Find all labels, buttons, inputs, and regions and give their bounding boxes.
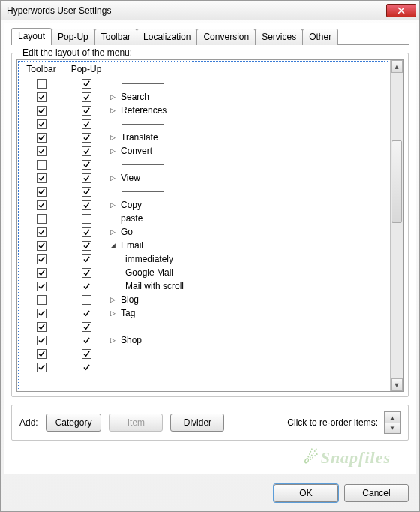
popup-checkbox[interactable] xyxy=(82,160,92,170)
list-row[interactable]: Mail with scroll xyxy=(19,279,388,293)
toolbar-checkbox[interactable] xyxy=(37,241,46,251)
toolbar-checkbox[interactable] xyxy=(37,336,46,345)
add-divider-button[interactable]: Divider xyxy=(170,414,224,432)
popup-checkbox[interactable] xyxy=(82,227,92,237)
tab-conversion[interactable]: Conversion xyxy=(196,29,256,45)
popup-checkbox[interactable] xyxy=(82,322,92,332)
toolbar-checkbox[interactable] xyxy=(37,133,46,143)
toolbar-checkbox[interactable] xyxy=(37,214,46,224)
client-area: LayoutPop-UpToolbarLocalizationConversio… xyxy=(4,23,416,474)
scroll-thumb[interactable] xyxy=(392,140,402,223)
popup-checkbox[interactable] xyxy=(82,173,92,183)
popup-checkbox[interactable] xyxy=(82,187,92,197)
popup-checkbox[interactable] xyxy=(82,214,92,224)
watermark: ☄Snapfiles xyxy=(11,448,409,468)
toolbar-checkbox[interactable] xyxy=(37,106,46,116)
list-row[interactable]: ▷Shop xyxy=(19,333,388,347)
item-label: Blog xyxy=(121,294,139,305)
list-row[interactable] xyxy=(19,77,388,90)
list-row[interactable]: ▷Copy xyxy=(19,198,388,212)
list-row[interactable]: paste xyxy=(19,212,388,225)
separator-line xyxy=(122,124,164,125)
popup-checkbox[interactable] xyxy=(82,268,92,278)
popup-checkbox[interactable] xyxy=(82,336,92,345)
reorder-up-button[interactable]: ▲ xyxy=(385,412,400,423)
toolbar-checkbox[interactable] xyxy=(37,119,46,129)
item-label: Tag xyxy=(121,308,135,318)
popup-checkbox[interactable] xyxy=(82,79,92,89)
toolbar-checkbox[interactable] xyxy=(37,146,46,156)
list-row[interactable]: ▷Blog xyxy=(19,293,388,306)
close-button[interactable] xyxy=(386,4,416,17)
toolbar-checkbox[interactable] xyxy=(37,254,46,264)
toolbar-checkbox[interactable] xyxy=(37,200,46,210)
list-row[interactable]: ▷Go xyxy=(19,225,388,239)
popup-checkbox[interactable] xyxy=(82,349,92,359)
tab-toolbar[interactable]: Toolbar xyxy=(94,29,137,45)
add-category-button[interactable]: Category xyxy=(46,414,102,432)
popup-checkbox[interactable] xyxy=(82,241,92,251)
popup-checkbox[interactable] xyxy=(82,200,92,210)
list-row[interactable] xyxy=(19,158,388,171)
list-row[interactable] xyxy=(19,360,388,374)
toolbar-checkbox[interactable] xyxy=(37,160,46,170)
list-row[interactable]: ▷Tag xyxy=(19,306,388,320)
list-row[interactable] xyxy=(19,185,388,198)
popup-checkbox[interactable] xyxy=(82,133,92,143)
toolbar-checkbox[interactable] xyxy=(37,363,46,372)
list-row[interactable] xyxy=(19,320,388,333)
scroll-up-button[interactable]: ▲ xyxy=(391,60,403,73)
toolbar-checkbox[interactable] xyxy=(37,282,46,291)
list-row[interactable]: immediately xyxy=(19,252,388,266)
settings-window: Hyperwords User Settings LayoutPop-UpToo… xyxy=(0,0,420,512)
scroll-down-button[interactable]: ▼ xyxy=(391,378,403,391)
list-row[interactable] xyxy=(19,117,388,131)
toolbar-checkbox[interactable] xyxy=(37,349,46,359)
watermark-text: Snapfiles xyxy=(321,448,391,467)
popup-checkbox[interactable] xyxy=(82,92,92,102)
popup-checkbox[interactable] xyxy=(82,119,92,129)
popup-checkbox[interactable] xyxy=(82,295,92,305)
list-row[interactable]: ▷Convert xyxy=(19,144,388,158)
list-row[interactable] xyxy=(19,347,388,360)
toolbar-checkbox[interactable] xyxy=(37,309,46,318)
layout-list[interactable]: ToolbarPop-Up▷Search▷References▷Translat… xyxy=(18,61,389,390)
popup-checkbox[interactable] xyxy=(82,146,92,156)
disclosure-right-icon: ▷ xyxy=(109,309,116,317)
list-row[interactable]: ▷Search xyxy=(19,90,388,104)
add-panel: Add: Category Item Divider Click to re-o… xyxy=(11,405,409,441)
toolbar-checkbox[interactable] xyxy=(37,295,46,305)
toolbar-checkbox[interactable] xyxy=(37,79,46,89)
toolbar-checkbox[interactable] xyxy=(37,322,46,332)
popup-checkbox[interactable] xyxy=(82,309,92,318)
tab-layout[interactable]: Layout xyxy=(11,28,52,45)
watermark-icon: ☄ xyxy=(304,448,320,467)
cancel-button[interactable]: Cancel xyxy=(344,484,409,502)
tab-localization[interactable]: Localization xyxy=(136,29,197,45)
popup-checkbox[interactable] xyxy=(82,254,92,264)
item-label: paste xyxy=(121,213,142,224)
list-row[interactable]: ▷Translate xyxy=(19,131,388,144)
toolbar-checkbox[interactable] xyxy=(37,92,46,102)
ok-button[interactable]: OK xyxy=(274,484,338,502)
toolbar-checkbox[interactable] xyxy=(37,268,46,278)
toolbar-checkbox[interactable] xyxy=(37,227,46,237)
disclosure-right-icon: ▷ xyxy=(109,228,116,236)
list-row[interactable]: ▷View xyxy=(19,171,388,185)
tab-services[interactable]: Services xyxy=(255,29,303,45)
reorder-label: Click to re-order items: xyxy=(287,417,378,428)
toolbar-checkbox[interactable] xyxy=(37,173,46,183)
reorder-down-button[interactable]: ▼ xyxy=(385,423,400,433)
popup-checkbox[interactable] xyxy=(82,282,92,291)
toolbar-checkbox[interactable] xyxy=(37,187,46,197)
popup-checkbox[interactable] xyxy=(82,363,92,372)
scroll-track[interactable] xyxy=(391,73,403,378)
subitem-label: immediately xyxy=(125,254,173,264)
list-row[interactable]: ▷References xyxy=(19,104,388,117)
popup-checkbox[interactable] xyxy=(82,106,92,116)
vertical-scrollbar[interactable]: ▲ ▼ xyxy=(390,60,403,391)
list-row[interactable]: Google Mail xyxy=(19,266,388,279)
tab-popup[interactable]: Pop-Up xyxy=(51,29,95,45)
tab-other[interactable]: Other xyxy=(302,29,338,45)
list-row[interactable]: ◢Email xyxy=(19,239,388,252)
